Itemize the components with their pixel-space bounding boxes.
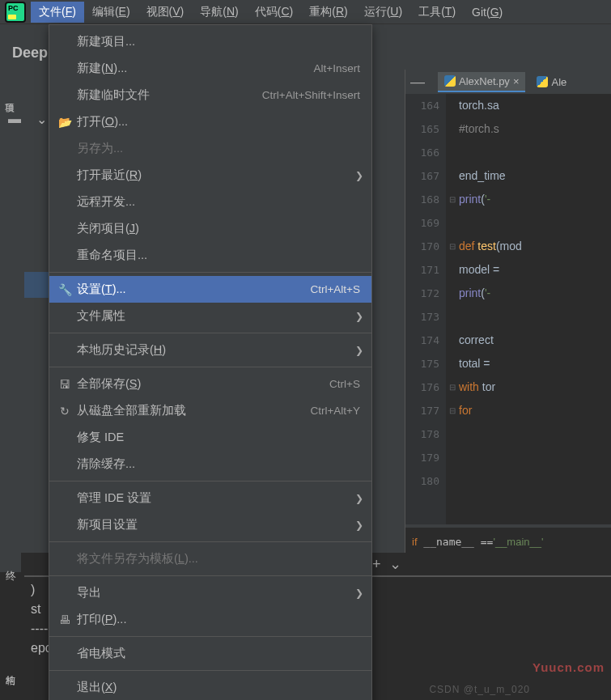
menu-item-label: 清除缓存... [74,456,365,472]
fold-marker [446,258,459,282]
shortcut-label: Ctrl+S [329,378,365,390]
menu-item-label: 重命名项目... [74,248,365,263]
shortcut-label: Ctrl+Alt+Y [310,405,365,417]
fold-marker [446,117,459,141]
save-icon: 🖫 [56,378,74,391]
folder-icon: ▬ [8,112,21,126]
menu-item-退出[interactable]: 退出(X) [49,674,371,700]
menu-item-修复IDE[interactable]: 修复 IDE [49,424,371,451]
menu-item-管理IDE设置[interactable]: 管理 IDE 设置❯ [49,485,371,511]
line-number-gutter: 1641651661671681691701711721731741751761… [405,94,446,524]
fold-marker[interactable]: ⊟ [446,375,459,399]
project-tree-selection [24,272,49,298]
folder-icon: 📂 [56,116,74,129]
menu-navigate[interactable]: 导航(N) [192,2,246,23]
menu-edit[interactable]: 编辑(E) [84,2,138,23]
menu-item-从磁盘全部重新加载[interactable]: ↻从磁盘全部重新加载Ctrl+Alt+Y [49,397,371,424]
menu-code[interactable]: 代码(C) [247,2,301,23]
menu-item-新建临时文件[interactable]: 新建临时文件Ctrl+Alt+Shift+Insert [49,82,371,108]
code-line [459,446,611,469]
wrench-icon: 🔧 [56,283,74,296]
add-terminal-icon[interactable]: + [372,556,381,573]
project-title: Deep [12,45,48,62]
fold-marker [446,352,459,375]
close-icon[interactable]: × [513,75,520,87]
code-line [459,422,611,446]
line-number: 166 [405,141,446,164]
fold-marker[interactable]: ⊟ [446,235,459,258]
menu-item-清除缓存[interactable]: 清除缓存... [49,451,371,477]
menu-item-新项目设置[interactable]: 新项目设置❯ [49,511,371,538]
menu-view[interactable]: 视图(V) [138,2,193,23]
line-number: 169 [405,211,446,235]
chevron-right-icon: ❯ [355,588,363,599]
tab-alexnet[interactable]: AlexNet.py× [438,72,525,92]
menu-item-文件属性[interactable]: 文件属性❯ [49,303,371,329]
code-line: correct [459,329,611,352]
menu-item-label: 另存为... [74,141,365,156]
minimize-icon[interactable]: — [410,74,425,91]
watermark: Yuucn.com [533,660,605,674]
code-line: model = [459,258,611,282]
chevron-right-icon: ❯ [355,345,363,356]
menu-item-打开[interactable]: 📂打开(O)... [49,108,371,135]
shortcut-label: Ctrl+Alt+S [310,283,365,295]
code-line: for [459,399,611,422]
menu-item-新建[interactable]: 新建(N)...Alt+Insert [49,55,371,82]
menu-item-新建项目[interactable]: 新建项目... [49,28,371,55]
line-number: 179 [405,446,446,469]
line-number: 175 [405,352,446,375]
menu-item-省电模式[interactable]: 省电模式 [49,640,371,667]
line-number: 176 [405,375,446,399]
fold-marker[interactable]: ⊟ [446,188,459,211]
expand-terminal-icon[interactable]: ⌄ [389,555,401,573]
menu-item-全部保存[interactable]: 🖫全部保存(S)Ctrl+S [49,371,371,397]
fold-marker[interactable]: ⊟ [446,399,459,422]
menu-refactor[interactable]: 重构(R) [301,2,355,23]
menu-file[interactable]: 文件(F) [31,2,84,23]
editor-tabs: — AlexNet.py× Ale [405,70,611,94]
line-number: 165 [405,117,446,141]
menu-item-label: 管理 IDE 设置 [74,490,365,506]
editor-area: — AlexNet.py× Ale 1641651661671681691701… [405,70,611,555]
menu-item-远程开发[interactable]: 远程开发... [49,189,371,215]
line-number: 168 [405,188,446,211]
code-line: with tor [459,375,611,399]
line-number: 177 [405,399,446,422]
menu-tools[interactable]: 工具(T) [410,2,464,23]
menu-item-label: 修复 IDE [74,430,365,445]
tab-alexnet-2[interactable]: Ale [530,73,573,91]
watermark-csdn: CSDN @t_u_m_020 [429,684,530,695]
shortcut-label: Ctrl+Alt+Shift+Insert [262,89,365,101]
fold-gutter: ⊟⊟⊟⊟ [446,94,459,524]
menu-item-关闭项目[interactable]: 关闭项目(J) [49,215,371,242]
menu-item-label: 打开最近(R) [74,168,365,183]
menu-item-label: 打印(P)... [74,612,365,627]
menu-item-本地历史记录[interactable]: 本地历史记录(H)❯ [49,337,371,363]
fold-marker [446,141,459,164]
menu-item-设置[interactable]: 🔧设置(T)...Ctrl+Alt+S [49,276,371,303]
line-number: 172 [405,282,446,305]
line-number: 170 [405,235,446,258]
fold-marker [446,469,459,493]
menu-run[interactable]: 运行(U) [356,2,410,23]
code-line: #torch.s [459,117,611,141]
menu-git[interactable]: Git(G) [464,2,511,22]
menu-item-label: 退出(X) [74,680,365,695]
terminal-side-tab[interactable]: 终 [0,553,21,572]
chevron-down-icon[interactable]: ⌄ [36,112,47,127]
code-area[interactable]: torch.sa#torch.send_timeprint('-def test… [459,94,611,524]
menu-item-打开最近[interactable]: 打开最近(R)❯ [49,162,371,189]
breadcrumb[interactable]: if if __name__ == '__main__'__name__ == … [405,524,611,555]
project-tool-tab[interactable]: 项目 [0,79,16,112]
menu-item-label: 设置(T)... [74,282,310,297]
menu-item-打印[interactable]: 🖶打印(P)... [49,606,371,633]
python-icon [537,76,548,87]
menu-item-label: 新项目设置 [74,517,365,532]
menu-item-重命名项目[interactable]: 重命名项目... [49,242,371,269]
code-line: total = [459,352,611,375]
menu-item-label: 新建项目... [74,34,365,49]
code-line [459,141,611,164]
menu-item-导出[interactable]: 导出❯ [49,579,371,606]
menu-item-label: 新建临时文件 [74,87,262,103]
